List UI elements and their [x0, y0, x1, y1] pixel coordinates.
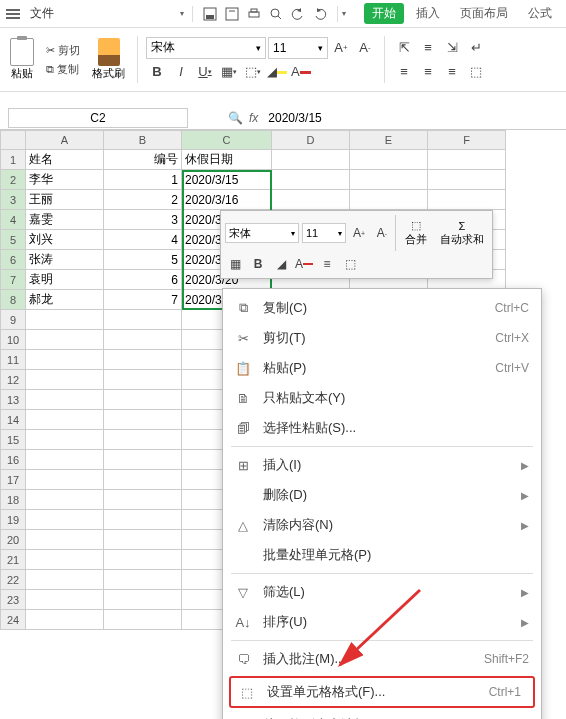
- cell[interactable]: 4: [104, 230, 182, 250]
- redo-icon[interactable]: [311, 5, 329, 23]
- menu-item[interactable]: 🗎只粘贴文本(Y): [223, 383, 541, 413]
- underline-button[interactable]: U▾: [194, 61, 216, 83]
- row-header[interactable]: 5: [0, 230, 26, 250]
- align-right-icon[interactable]: ≡: [441, 61, 463, 83]
- col-header-E[interactable]: E: [350, 130, 428, 150]
- cell[interactable]: [104, 390, 182, 410]
- tab-formula[interactable]: 公式: [520, 3, 560, 24]
- cell[interactable]: [26, 510, 104, 530]
- align-bottom-icon[interactable]: ⇲: [441, 37, 463, 59]
- col-header-A[interactable]: A: [26, 130, 104, 150]
- cell[interactable]: 7: [104, 290, 182, 310]
- cell[interactable]: [104, 350, 182, 370]
- menu-item[interactable]: 🗨插入批注(M)...Shift+F2: [223, 644, 541, 674]
- row-header[interactable]: 11: [0, 350, 26, 370]
- cell[interactable]: [104, 370, 182, 390]
- align-center-icon[interactable]: ≡: [417, 61, 439, 83]
- hamburger-icon[interactable]: [6, 9, 20, 19]
- mini-autosum-button[interactable]: Σ 自动求和: [436, 218, 488, 249]
- row-header[interactable]: 23: [0, 590, 26, 610]
- qat-more[interactable]: ▾: [342, 9, 346, 18]
- row-header[interactable]: 13: [0, 390, 26, 410]
- row-header[interactable]: 12: [0, 370, 26, 390]
- cell[interactable]: [272, 170, 350, 190]
- menu-item[interactable]: 🗐选择性粘贴(S)...: [223, 413, 541, 443]
- mini-merge-button[interactable]: ⬚ 合并: [399, 217, 433, 249]
- cell[interactable]: [104, 430, 182, 450]
- cut-button[interactable]: ✂ 剪切: [44, 42, 82, 59]
- row-header[interactable]: 17: [0, 470, 26, 490]
- row-header[interactable]: 4: [0, 210, 26, 230]
- cell[interactable]: [428, 150, 506, 170]
- row-header[interactable]: 15: [0, 430, 26, 450]
- cell[interactable]: [26, 470, 104, 490]
- font-color-button[interactable]: A: [290, 61, 312, 83]
- cell[interactable]: [26, 310, 104, 330]
- cell[interactable]: [104, 570, 182, 590]
- row-header[interactable]: 22: [0, 570, 26, 590]
- menu-item[interactable]: 批量处理单元格(P): [223, 540, 541, 570]
- merge-cells-icon[interactable]: ⬚: [465, 61, 487, 83]
- cell[interactable]: [26, 410, 104, 430]
- row-header[interactable]: 19: [0, 510, 26, 530]
- row-header[interactable]: 1: [0, 150, 26, 170]
- cell[interactable]: [272, 150, 350, 170]
- row-header[interactable]: 8: [0, 290, 26, 310]
- mini-border-button[interactable]: ▦: [225, 254, 245, 274]
- row-header[interactable]: 2: [0, 170, 26, 190]
- merge-button[interactable]: ⬚▾: [242, 61, 264, 83]
- cell[interactable]: [26, 610, 104, 630]
- mini-font-size-select[interactable]: 11▾: [302, 223, 346, 243]
- border-button[interactable]: ▦▾: [218, 61, 240, 83]
- menu-item[interactable]: A↓排序(U)▶: [223, 607, 541, 637]
- cell[interactable]: [104, 550, 182, 570]
- cell[interactable]: [104, 510, 182, 530]
- cell[interactable]: [428, 170, 506, 190]
- mini-bold-button[interactable]: B: [248, 254, 268, 274]
- cell[interactable]: [104, 610, 182, 630]
- copy-button[interactable]: ⧉ 复制: [44, 61, 82, 78]
- paste-button[interactable]: 粘贴: [6, 36, 38, 83]
- name-box[interactable]: C2: [8, 108, 188, 128]
- row-header[interactable]: 16: [0, 450, 26, 470]
- cell[interactable]: 李华: [26, 170, 104, 190]
- file-menu[interactable]: 文件: [24, 3, 180, 24]
- cell[interactable]: 姓名: [26, 150, 104, 170]
- cell[interactable]: [26, 490, 104, 510]
- align-left-icon[interactable]: ≡: [393, 61, 415, 83]
- align-top-icon[interactable]: ⇱: [393, 37, 415, 59]
- cell[interactable]: [350, 150, 428, 170]
- row-header[interactable]: 14: [0, 410, 26, 430]
- decrease-font-icon[interactable]: A-: [354, 37, 376, 59]
- mini-fill-color-button[interactable]: ◢: [271, 254, 291, 274]
- cell[interactable]: [26, 550, 104, 570]
- italic-button[interactable]: I: [170, 61, 192, 83]
- cell[interactable]: [26, 390, 104, 410]
- formula-input[interactable]: [264, 108, 464, 128]
- print-icon[interactable]: [245, 5, 263, 23]
- cell[interactable]: 2: [104, 190, 182, 210]
- font-name-select[interactable]: 宋体▾: [146, 37, 266, 59]
- menu-item[interactable]: 删除(D)▶: [223, 480, 541, 510]
- menu-item[interactable]: ▽筛选(L)▶: [223, 577, 541, 607]
- wrap-text-icon[interactable]: ↵: [465, 37, 487, 59]
- mini-font-name-select[interactable]: 宋体▾: [225, 223, 299, 243]
- cell[interactable]: 编号: [104, 150, 182, 170]
- menu-item[interactable]: 从下拉列表中选择(K): [223, 710, 541, 719]
- mini-format-button[interactable]: ⬚: [340, 254, 360, 274]
- cell[interactable]: [104, 330, 182, 350]
- cell[interactable]: 5: [104, 250, 182, 270]
- cell[interactable]: 刘兴: [26, 230, 104, 250]
- cell[interactable]: [26, 450, 104, 470]
- cell[interactable]: [26, 430, 104, 450]
- menu-item[interactable]: 📋粘贴(P)Ctrl+V: [223, 353, 541, 383]
- mini-increase-font-icon[interactable]: A+: [349, 223, 369, 243]
- col-header-C[interactable]: C: [182, 130, 272, 150]
- select-all-corner[interactable]: [0, 130, 26, 150]
- cell[interactable]: [104, 310, 182, 330]
- cell[interactable]: 王丽: [26, 190, 104, 210]
- cell[interactable]: [104, 530, 182, 550]
- menu-item[interactable]: ✂剪切(T)Ctrl+X: [223, 323, 541, 353]
- cell[interactable]: [104, 490, 182, 510]
- cell[interactable]: [350, 190, 428, 210]
